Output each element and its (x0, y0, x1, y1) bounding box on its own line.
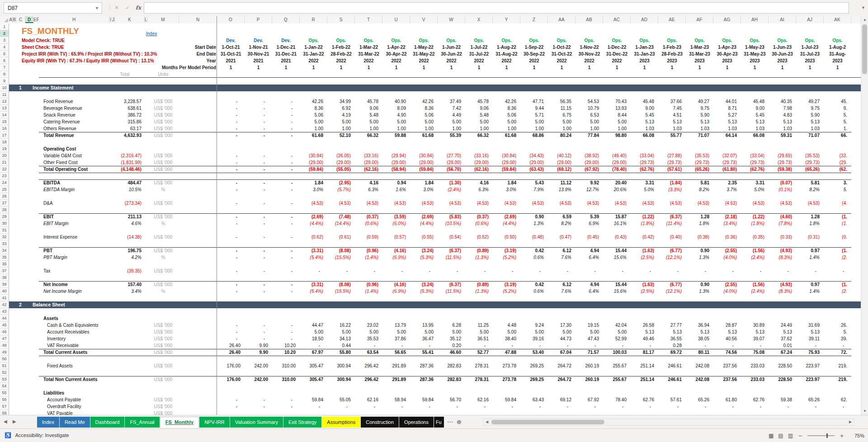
grid-cell[interactable]: - (245, 322, 272, 329)
grid-cell[interactable]: 1.6% (382, 186, 410, 193)
total-value[interactable]: 4.6% (104, 220, 146, 227)
grid-cell[interactable]: 278.31 (465, 376, 493, 383)
grid-cell[interactable]: - (548, 268, 576, 274)
grid-cell[interactable]: - (245, 329, 272, 335)
period-phase[interactable]: Ops. (713, 37, 741, 44)
grid-cell[interactable]: - (272, 200, 300, 207)
grid-cell[interactable]: - (217, 254, 245, 261)
period-phase[interactable]: Ops. (493, 37, 520, 44)
grid-cell[interactable]: - (272, 329, 300, 335)
grid-cell[interactable]: 264.72 (548, 362, 576, 369)
grid-cell[interactable]: 42.26 (493, 98, 520, 105)
grid-cell[interactable]: 5.00 (410, 118, 438, 125)
grid-cell[interactable]: - (217, 118, 245, 125)
period-end-date[interactable]: 31-May-22 (410, 51, 438, 57)
column-header-EFG[interactable]: EFG (33, 16, 39, 23)
grid-cell[interactable]: 296.42 (355, 376, 382, 383)
grid-cell[interactable]: 5.13 (658, 329, 686, 335)
grid-cell[interactable]: - (245, 159, 272, 166)
grid-cell[interactable]: 305.47 (300, 376, 327, 383)
grid-cell[interactable]: (30.84) (493, 152, 520, 159)
grid-cell[interactable]: (1. (824, 281, 851, 288)
grid-cell[interactable]: 34.13 (327, 335, 355, 342)
column-header-AB[interactable]: AB (576, 16, 603, 23)
grid-cell[interactable]: 233.03 (741, 376, 769, 383)
row-header-6[interactable]: 6 (0, 57, 9, 64)
period-start-date[interactable]: 1-May-22 (410, 44, 438, 51)
grid-cell[interactable]: (2.69) (410, 213, 438, 220)
grid-cell[interactable]: 47.88 (493, 349, 520, 356)
column-header-O[interactable]: O (217, 16, 245, 23)
grid-cell[interactable]: 5.00 (438, 329, 465, 335)
grid-cell[interactable]: 59.38 (769, 396, 796, 403)
row-header-50[interactable]: 50 (0, 356, 9, 362)
grid-cell[interactable]: 56.70 (438, 396, 465, 403)
period-phase[interactable]: Ops. (686, 37, 713, 44)
grid-cell[interactable]: - (245, 132, 272, 139)
grid-cell[interactable]: (0.57) (382, 234, 410, 240)
total-value[interactable]: 196.75 (104, 247, 146, 254)
period-start-date[interactable]: 1-Jun-23 (769, 44, 796, 51)
grid-cell[interactable]: 0.97 (796, 281, 824, 288)
grid-cell[interactable]: 264.72 (548, 376, 576, 383)
grid-cell[interactable]: 4.51 (658, 112, 686, 118)
grid-cell[interactable]: 44.73 (548, 335, 576, 342)
grid-cell[interactable]: (4.16) (382, 247, 410, 254)
grid-cell[interactable]: - (272, 159, 300, 166)
grid-cell[interactable]: - (658, 403, 686, 410)
grid-cell[interactable]: (2.4%) (741, 254, 769, 261)
row-header-1[interactable]: 1 (0, 24, 9, 30)
grid-cell[interactable]: - (796, 403, 824, 410)
grid-cell[interactable]: (4.53) (769, 200, 796, 207)
grid-cell[interactable]: 69.72 (658, 349, 686, 356)
grid-cell[interactable]: - (355, 342, 382, 349)
total-value[interactable]: (1,831.99) (104, 159, 146, 166)
grid-cell[interactable]: 4.90 (382, 112, 410, 118)
grid-cell[interactable]: 1.4% (796, 288, 824, 295)
grid-cell[interactable]: (62.76) (741, 166, 769, 173)
grid-cell[interactable]: 66.32 (355, 132, 382, 139)
grid-cell[interactable]: 1.28 (796, 213, 824, 220)
grid-cell[interactable]: - (410, 342, 438, 349)
total-value[interactable]: 157.40 (104, 281, 146, 288)
period-start-date[interactable]: 1-Jan-22 (300, 44, 327, 51)
grid-cell[interactable]: (30.84) (300, 152, 327, 159)
grid-cell[interactable]: - (217, 200, 245, 207)
grid-cell[interactable]: (4. (824, 200, 851, 207)
period-months[interactable]: 1 (272, 64, 300, 71)
grid-cell[interactable]: 61.68 (410, 132, 438, 139)
grid-cell[interactable]: - (272, 396, 300, 403)
grid-cell[interactable]: 66. (824, 132, 851, 139)
row-label[interactable]: Overdraft Facility (47, 403, 128, 410)
period-end-date[interactable]: 30-Jun-23 (769, 51, 796, 57)
column-header-Z[interactable]: Z (520, 16, 548, 23)
grid-cell[interactable]: 45.48 (631, 98, 658, 105)
grid-cell[interactable]: - (217, 166, 245, 173)
grid-cell[interactable]: - (272, 322, 300, 329)
new-sheet-icon[interactable]: ⊕ (457, 417, 462, 428)
row-label[interactable]: Operating Cost (43, 146, 125, 152)
grid-cell[interactable]: 40.35 (769, 98, 796, 105)
grid-cell[interactable]: (12.1%) (658, 288, 686, 295)
grid-cell[interactable]: 5.71 (520, 112, 548, 118)
grid-cell[interactable]: - (272, 132, 300, 139)
grid-cell[interactable]: - (217, 105, 245, 112)
grid-cell[interactable]: 5.00 (300, 118, 327, 125)
grid-cell[interactable]: 5.00 (300, 329, 327, 335)
grid-cell[interactable]: 66.08 (631, 132, 658, 139)
grid-cell[interactable]: 255.67 (603, 376, 631, 383)
grid-cell[interactable]: 37.49 (438, 98, 465, 105)
grid-cell[interactable]: 176.00 (217, 376, 245, 383)
period-phase[interactable]: Ops. (741, 37, 769, 44)
grid-cell[interactable]: 55.80 (327, 349, 355, 356)
grid-cell[interactable]: - (410, 268, 438, 274)
grid-cell[interactable]: (5.83) (438, 213, 465, 220)
total-value[interactable]: 211.13 (104, 213, 146, 220)
grid-cell[interactable]: - (631, 403, 658, 410)
grid-cell[interactable]: (2.69) (493, 213, 520, 220)
grid-cell[interactable]: 3.0% (300, 186, 327, 193)
row-header-29[interactable]: 29 (0, 213, 9, 220)
grid-cell[interactable]: 5.13 (686, 329, 713, 335)
zoom-out-button[interactable]: − (797, 432, 803, 439)
grid-cell[interactable]: 9.00 (741, 105, 769, 112)
